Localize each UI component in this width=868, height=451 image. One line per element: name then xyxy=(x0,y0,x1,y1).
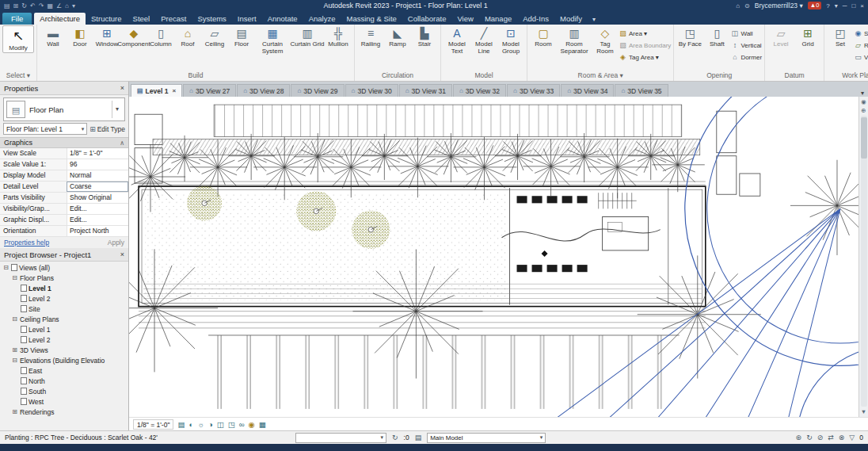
property-value[interactable]: Edit... xyxy=(67,204,128,214)
ramp-button[interactable]: ◣ Ramp xyxy=(384,25,411,48)
tab-massing-site[interactable]: Massing & Site xyxy=(341,13,402,25)
tab-modify[interactable]: Modify xyxy=(554,13,588,25)
view-tab-3d-view-27[interactable]: ⌂3D View 27 xyxy=(183,84,236,97)
edit-in-place-icon[interactable]: ↻ xyxy=(806,434,813,441)
tree-item-floor-plans[interactable]: ⊟Floor Plans xyxy=(0,273,128,283)
property-value[interactable]: Project North xyxy=(67,226,128,236)
ceiling-button[interactable]: ▱ Ceiling xyxy=(201,25,228,48)
print-icon[interactable]: ▦ xyxy=(47,2,53,10)
tab-structure[interactable]: Structure xyxy=(86,13,128,25)
curtain-system-button[interactable]: ▦ Curtain System xyxy=(255,25,290,55)
tree-toggle-icon[interactable]: ⊟ xyxy=(11,315,18,323)
instance-selector[interactable]: Floor Plan: Level 1 ▾ xyxy=(3,123,87,135)
tree-item-ceiling-level-1[interactable]: Level 1 xyxy=(0,324,128,334)
apply-button[interactable]: Apply xyxy=(108,239,124,247)
graphics-section-header[interactable]: Graphics ∧ xyxy=(0,137,128,148)
properties-header[interactable]: Properties × xyxy=(0,82,128,95)
view-tab-3d-view-34[interactable]: ⌂3D View 34 xyxy=(561,84,614,97)
model-text-button[interactable]: A Model Text xyxy=(444,25,470,55)
tree-toggle-icon[interactable]: ⊞ xyxy=(11,408,18,415)
shaft-button[interactable]: ▯ Shaft xyxy=(703,25,730,48)
tab-systems[interactable]: Systems xyxy=(192,13,231,25)
floor-button[interactable]: ▤ Floor xyxy=(228,25,255,48)
reveal-hidden-icon[interactable]: ◉ xyxy=(248,420,254,429)
window-button[interactable]: ⊞ Window xyxy=(93,25,120,48)
measure-icon[interactable]: ∠ xyxy=(56,2,62,10)
tab-steel[interactable]: Steel xyxy=(128,13,156,25)
notification-badge[interactable]: ▲0 xyxy=(808,2,822,10)
property-value[interactable]: Coarse xyxy=(67,182,128,192)
steering-wheel-icon[interactable]: ◉ xyxy=(861,98,866,105)
area-boundary-button[interactable]: ▧ Area Boundary xyxy=(619,40,671,50)
view-tab-level-1[interactable]: ▤ Level 1 × xyxy=(131,84,182,97)
select-panel-label[interactable]: Select ▾ xyxy=(1,71,36,81)
tree-item-elevations[interactable]: ⊟Elevations (Building Elevatio xyxy=(0,355,128,365)
tab-view[interactable]: View xyxy=(451,13,478,25)
tab-precast[interactable]: Precast xyxy=(155,13,192,25)
tree-toggle-icon[interactable]: ⊟ xyxy=(11,274,18,281)
stair-button[interactable]: ▙ Stair xyxy=(411,25,438,48)
tree-item-renderings[interactable]: ⊞Renderings xyxy=(0,407,128,417)
worksets-icon[interactable]: ▤ xyxy=(415,434,422,441)
property-value[interactable]: Edit... xyxy=(67,215,128,225)
restore-button[interactable]: □ xyxy=(851,2,855,10)
model-group-button[interactable]: ⊡ Model Group xyxy=(497,25,524,55)
view-tab-3d-view-33[interactable]: ⌂3D View 33 xyxy=(507,84,560,97)
view-tab-3d-view-29[interactable]: ⌂3D View 29 xyxy=(291,84,344,97)
tree-item-3d-views[interactable]: ⊞3D Views xyxy=(0,345,128,355)
dormer-button[interactable]: ⌂ Dormer xyxy=(730,52,762,62)
model-line-button[interactable]: ╱ Model Line xyxy=(470,25,497,55)
qat-dropdown-icon[interactable]: ▾ xyxy=(72,2,75,10)
column-button[interactable]: ▯ Column xyxy=(147,25,174,48)
select-underlay-icon[interactable]: ⇄ xyxy=(828,434,834,441)
project-browser-close-icon[interactable]: × xyxy=(120,250,124,258)
mullion-button[interactable]: ╬ Mullion xyxy=(325,25,352,48)
filter-icon[interactable]: ▽ xyxy=(849,434,855,441)
property-value[interactable]: 96 xyxy=(67,159,128,170)
view-tab-list-icon[interactable]: ▾ xyxy=(857,90,868,97)
edit-type-button[interactable]: ⊞ Edit Type xyxy=(89,125,125,133)
room-separator-button[interactable]: ▥ Room Separator xyxy=(557,25,592,55)
room-area-panel-label[interactable]: Room & Area ▾ xyxy=(528,71,672,81)
room-button[interactable]: ▢ Room xyxy=(530,25,557,48)
tab-insert[interactable]: Insert xyxy=(232,13,262,25)
search-icon[interactable]: ⊙ xyxy=(744,2,750,10)
tab-add-ins[interactable]: Add-Ins xyxy=(517,13,554,25)
design-options-select[interactable]: ▾ xyxy=(295,433,386,443)
visual-style-icon[interactable]: ◐ xyxy=(188,420,193,429)
sun-path-icon[interactable]: ☼ xyxy=(197,420,204,429)
view-tab-3d-view-32[interactable]: ⌂3D View 32 xyxy=(453,84,506,97)
wall-opening-button[interactable]: ◫ Wall xyxy=(730,29,762,38)
home-icon[interactable]: ⌂ xyxy=(736,2,740,10)
shadows-icon[interactable]: ◑ xyxy=(208,420,213,429)
tree-item-east[interactable]: East xyxy=(0,365,128,376)
tree-item-ceiling-plans[interactable]: ⊟Ceiling Plans xyxy=(0,314,128,324)
component-button[interactable]: ◆ Component xyxy=(120,25,147,48)
properties-close-icon[interactable]: × xyxy=(120,84,124,92)
detail-level-icon[interactable]: ▤ xyxy=(177,420,185,429)
tree-toggle-icon[interactable]: ⊟ xyxy=(11,357,18,364)
grid-button[interactable]: ⊞ Grid xyxy=(794,25,821,48)
level-button[interactable]: ▱ Level xyxy=(767,25,794,48)
open-icon[interactable]: ⊞ xyxy=(13,2,19,10)
tree-toggle-icon[interactable]: ⊞ xyxy=(11,346,18,354)
tree-item-views-all[interactable]: ⊟Views (all) xyxy=(0,262,128,273)
type-selector[interactable]: ▤ Floor Plan ▾ xyxy=(3,97,125,121)
save-icon[interactable]: ▤ xyxy=(4,2,10,10)
vertical-scrollbar[interactable] xyxy=(861,116,867,407)
tree-item-north[interactable]: North xyxy=(0,376,128,386)
hide-isolate-icon[interactable]: ∞ xyxy=(239,420,245,429)
tab-file[interactable]: File xyxy=(2,13,32,25)
properties-help-link[interactable]: Properties help xyxy=(4,239,49,247)
set-button[interactable]: ◰ Set xyxy=(827,25,854,48)
property-value[interactable]: Show Original xyxy=(67,193,128,203)
property-value[interactable]: Normal xyxy=(67,170,128,181)
tab-analyze[interactable]: Analyze xyxy=(303,13,341,25)
drawing-canvas[interactable] xyxy=(129,97,858,417)
property-value[interactable]: 1/8" = 1'-0" xyxy=(67,148,128,159)
tree-item-level-1[interactable]: Level 1 xyxy=(0,283,128,293)
tree-item-site[interactable]: Site xyxy=(0,304,128,314)
tree-item-south[interactable]: South xyxy=(0,386,128,396)
tag-area-button[interactable]: ◈ Tag Area ▾ xyxy=(619,52,671,62)
show-crop-region-icon[interactable]: ◳ xyxy=(228,420,235,429)
